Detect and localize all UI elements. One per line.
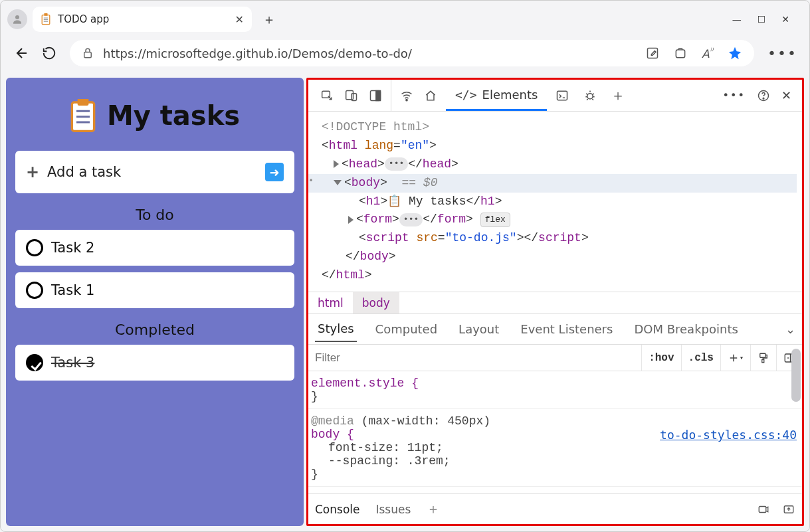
browser-toolbar: https://microsoftedge.github.io/Demos/de… [1, 34, 809, 72]
titlebar: TODO app ✕ ＋ — ☐ ✕ [1, 1, 809, 34]
style-rule-body-media[interactable]: @media (max-width: 450px) to-do-styles.c… [308, 409, 802, 487]
clipboard-icon [70, 99, 96, 132]
url-text: https://microsoftedge.github.io/Demos/de… [103, 46, 637, 60]
todo-app: My tasks + Add a task ➜ To do Task 2 Tas… [6, 78, 304, 526]
devtools-toolbar: </> Elements ＋ ••• ✕ [308, 80, 802, 112]
maximize-button[interactable]: ☐ [758, 14, 766, 25]
svg-rect-27 [759, 506, 766, 512]
doctype-node: <!DOCTYPE html> [322, 120, 429, 133]
svg-point-0 [15, 15, 19, 19]
device-emulation-icon[interactable] [344, 88, 359, 103]
devtools-drawer: Console Issues ＋ [308, 493, 802, 524]
console-icon[interactable] [555, 88, 569, 103]
styles-filter-row: :hov .cls ▾ [308, 345, 802, 371]
selected-hint: == $0 [401, 176, 437, 189]
selected-dom-node[interactable]: <body> == $0 [306, 174, 797, 193]
new-style-rule-button[interactable]: ▾ [720, 345, 750, 371]
tab-dom-breakpoints[interactable]: DOM Breakpoints [631, 317, 740, 341]
submit-task-button[interactable]: ➜ [265, 163, 284, 181]
task-item[interactable]: Task 1 [15, 272, 294, 308]
tab-elements[interactable]: </> Elements [446, 80, 547, 111]
inspect-element-icon[interactable] [320, 88, 335, 103]
ellipsis-badge[interactable]: ••• [385, 157, 408, 171]
close-window-button[interactable]: ✕ [781, 14, 789, 25]
task-item-completed[interactable]: Task 3 [15, 345, 294, 381]
scrollbar-thumb[interactable] [791, 349, 801, 402]
bug-icon[interactable] [583, 88, 597, 103]
tab-event-listeners[interactable]: Event Listeners [518, 317, 615, 341]
task-label: Task 2 [51, 240, 94, 256]
add-task-placeholder: Add a task [47, 164, 121, 180]
crumb-html[interactable]: html [308, 292, 353, 313]
svg-point-21 [587, 93, 593, 98]
tab-computed[interactable]: Computed [373, 317, 441, 341]
devtools-more-button[interactable]: ••• [723, 89, 746, 102]
cls-toggle[interactable]: .cls [681, 345, 720, 371]
drawer-expand-icon[interactable] [782, 503, 795, 515]
close-devtools-button[interactable]: ✕ [781, 88, 791, 102]
app-heading: My tasks [15, 99, 294, 132]
close-tab-button[interactable]: ✕ [235, 13, 244, 26]
section-todo-heading: To do [15, 207, 294, 223]
svg-point-23 [763, 98, 764, 99]
crumb-body[interactable]: body [353, 292, 399, 313]
clipboard-icon [41, 13, 51, 25]
help-icon[interactable] [756, 88, 771, 103]
checkbox-unchecked-icon[interactable] [26, 282, 43, 299]
checkbox-unchecked-icon[interactable] [26, 239, 43, 256]
source-link[interactable]: to-do-styles.css:40 [660, 428, 797, 442]
chevron-down-icon[interactable]: ⌄ [785, 322, 795, 336]
styles-pane[interactable]: :hov .cls ▾ element.style { } @media (ma… [308, 345, 802, 493]
ellipsis-badge[interactable]: ••• [399, 213, 423, 226]
flex-badge[interactable]: flex [480, 213, 510, 227]
new-tab-button[interactable]: ＋ [257, 11, 281, 29]
add-tab-icon[interactable]: ＋ [611, 88, 625, 103]
task-item[interactable]: Task 2 [15, 230, 294, 266]
hov-toggle[interactable]: :hov [641, 345, 680, 371]
dom-breadcrumb: html body [308, 292, 802, 314]
checkbox-checked-icon[interactable] [26, 354, 43, 371]
svg-rect-2 [44, 13, 47, 16]
drawer-tab-console[interactable]: Console [315, 503, 360, 516]
task-label: Task 3 [51, 355, 94, 371]
welcome-icon[interactable] [423, 88, 438, 103]
browser-menu-button[interactable]: ••• [767, 45, 797, 62]
favorite-star-icon[interactable] [728, 46, 742, 60]
task-label: Task 1 [51, 282, 94, 298]
tab-layout[interactable]: Layout [456, 317, 502, 341]
svg-rect-15 [346, 90, 354, 99]
svg-rect-20 [557, 91, 567, 100]
drawer-add-tab[interactable]: ＋ [427, 500, 440, 518]
style-rule-body-truncated[interactable]: to-do-styles.css:1 body { [308, 487, 802, 493]
add-task-input[interactable]: + Add a task ➜ [15, 151, 294, 193]
source-link[interactable]: to-do-styles.css:1 [667, 492, 797, 493]
paint-icon[interactable] [750, 345, 776, 371]
expand-icon[interactable] [348, 216, 354, 224]
dock-side-icon[interactable] [368, 88, 383, 103]
edit-icon[interactable] [646, 46, 659, 60]
svg-rect-10 [78, 99, 89, 106]
app-title-text: My tasks [107, 100, 240, 131]
svg-rect-24 [760, 353, 765, 357]
styles-tabs: Styles Computed Layout Event Listeners D… [308, 314, 802, 345]
refresh-button[interactable] [42, 46, 56, 60]
back-button[interactable] [13, 45, 29, 61]
drawer-tool-icon[interactable] [757, 503, 770, 515]
profile-avatar[interactable] [7, 9, 27, 29]
address-bar[interactable]: https://microsoftedge.github.io/Demos/de… [70, 40, 754, 66]
network-conditions-icon[interactable] [399, 88, 414, 103]
collapse-icon[interactable] [334, 180, 342, 185]
browser-tab[interactable]: TODO app ✕ [33, 7, 252, 32]
plus-icon: + [26, 163, 39, 181]
tab-elements-label: Elements [482, 88, 538, 102]
app-icon[interactable] [674, 46, 687, 60]
drawer-tab-issues[interactable]: Issues [376, 503, 411, 516]
site-info-icon[interactable] [82, 46, 94, 60]
style-rule-element[interactable]: element.style { } [308, 371, 802, 409]
expand-icon[interactable] [334, 160, 339, 168]
styles-filter-input[interactable] [308, 351, 641, 365]
dom-tree[interactable]: <!DOCTYPE html> <html lang="en"> <head>•… [308, 112, 802, 292]
read-aloud-icon[interactable]: A⁾⁾ [702, 46, 713, 60]
minimize-button[interactable]: — [732, 14, 742, 25]
tab-styles[interactable]: Styles [315, 316, 357, 342]
